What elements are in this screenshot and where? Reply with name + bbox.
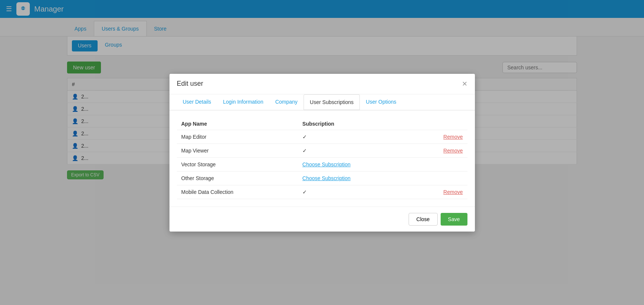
- remove-mobile-data-collection[interactable]: Remove: [443, 189, 463, 195]
- app-name-mobile-data-collection: Mobile Data Collection: [177, 185, 298, 199]
- choose-other-storage[interactable]: Choose Subscription: [302, 175, 350, 181]
- modal-body: App Name Subscription Map Editor ✓ Remov…: [169, 110, 475, 207]
- col-subscription: Subscription: [298, 118, 411, 130]
- modal-tab-user-details[interactable]: User Details: [177, 94, 217, 110]
- subscription-row-map-viewer: Map Viewer ✓ Remove: [177, 144, 467, 157]
- subscription-status-vector-storage: Choose Subscription: [298, 157, 411, 171]
- app-name-vector-storage: Vector Storage: [177, 157, 298, 171]
- choose-vector-storage[interactable]: Choose Subscription: [302, 161, 350, 167]
- subscription-row-mobile-data-collection: Mobile Data Collection ✓ Remove: [177, 185, 467, 199]
- edit-user-modal: Edit user ✕ User Details Login Informati…: [169, 74, 475, 232]
- modal-footer: Close Save: [169, 207, 475, 232]
- save-button[interactable]: Save: [441, 213, 467, 226]
- modal-tab-bar: User Details Login Information Company U…: [169, 94, 475, 110]
- subscription-status-map-viewer: ✓: [298, 144, 411, 157]
- subscription-status-map-editor: ✓: [298, 130, 411, 144]
- modal-header: Edit user ✕: [169, 74, 475, 94]
- col-app-name: App Name: [177, 118, 298, 130]
- subscription-status-mobile-data-collection: ✓: [298, 185, 411, 199]
- app-name-other-storage: Other Storage: [177, 171, 298, 185]
- modal-close-button[interactable]: ✕: [462, 80, 467, 88]
- modal-tab-company[interactable]: Company: [269, 94, 304, 110]
- modal-overlay: Edit user ✕ User Details Login Informati…: [0, 0, 644, 305]
- app-name-map-editor: Map Editor: [177, 130, 298, 144]
- subscriptions-table: App Name Subscription Map Editor ✓ Remov…: [177, 118, 467, 199]
- remove-map-viewer[interactable]: Remove: [443, 148, 463, 154]
- subscription-row-vector-storage: Vector Storage Choose Subscription: [177, 157, 467, 171]
- close-button[interactable]: Close: [409, 213, 438, 226]
- app-name-map-viewer: Map Viewer: [177, 144, 298, 157]
- modal-tab-user-options[interactable]: User Options: [360, 94, 402, 110]
- subscription-row-map-editor: Map Editor ✓ Remove: [177, 130, 467, 144]
- remove-map-editor[interactable]: Remove: [443, 134, 463, 140]
- modal-tab-login-info[interactable]: Login Information: [217, 94, 269, 110]
- subscription-status-other-storage: Choose Subscription: [298, 171, 411, 185]
- modal-title: Edit user: [177, 80, 203, 88]
- modal-tab-user-subscriptions[interactable]: User Subscriptions: [304, 94, 360, 110]
- subscription-row-other-storage: Other Storage Choose Subscription: [177, 171, 467, 185]
